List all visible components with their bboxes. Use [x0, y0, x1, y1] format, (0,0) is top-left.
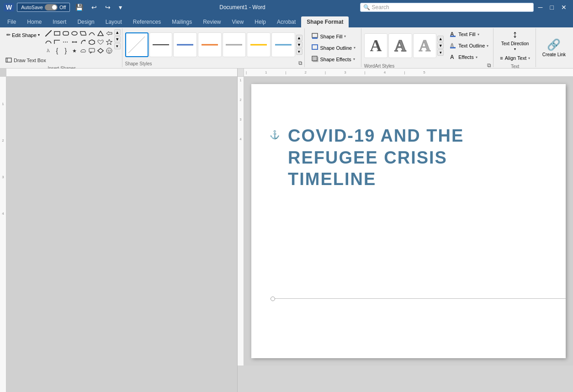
svg-line-22 [128, 37, 145, 53]
tab-view[interactable]: View [227, 16, 249, 27]
shape-effects-button[interactable]: Shape Effects ▾ [308, 54, 358, 64]
shape-styles-dialog-button[interactable]: ⧉ [298, 60, 302, 66]
minimize-button[interactable]: ─ [536, 3, 546, 12]
wordart-style-1[interactable]: A [364, 33, 388, 58]
shape-style-plain[interactable] [149, 32, 172, 57]
shapes-grid: 𝙰 { } ★ [44, 29, 113, 55]
tab-review[interactable]: Review [197, 16, 226, 27]
shape-outline-button[interactable]: Shape Outline ▾ [308, 43, 358, 53]
tab-mailings[interactable]: Mailings [166, 16, 197, 27]
style-scroll-down[interactable]: ▼ [296, 42, 302, 48]
align-text-button[interactable]: ≡ Align Text ▾ [497, 54, 533, 62]
shape-right-brace[interactable]: } [62, 47, 70, 55]
autosave-label: AutoSave [21, 5, 43, 10]
shape-oval[interactable] [70, 29, 79, 37]
wordart-dialog-button[interactable]: ⧉ [487, 62, 491, 69]
style-scroll-up[interactable]: ▲ [296, 35, 302, 41]
doc-title-line2: REFUGEE CRISIS TIMELINE [288, 148, 447, 189]
svg-marker-9 [72, 41, 73, 43]
edit-shape-label: Edit Shape [12, 32, 37, 38]
svg-point-3 [72, 32, 77, 35]
shape-fill-button[interactable]: Shape Fill ▾ [308, 32, 358, 42]
shape-style-ltblue-line[interactable] [271, 32, 295, 57]
shape-right-angle[interactable] [53, 38, 61, 46]
style-scroll: ▲ ▼ ▾ [296, 32, 302, 57]
shape-style-gray-line[interactable] [223, 32, 246, 57]
doc-title-line1: COVID-19 AND THE [288, 126, 464, 145]
align-text-icon: ≡ [500, 55, 503, 61]
shapes-scroll-down[interactable]: ▼ [114, 36, 121, 42]
draw-textbox-button[interactable]: Draw Text Box [4, 56, 120, 65]
create-link-icon: 🔗 [547, 38, 561, 51]
edit-shape-arrow: ▾ [38, 33, 40, 37]
shape-heart[interactable] [96, 38, 105, 46]
shape-outline-icon [311, 44, 318, 52]
wordart-style-2[interactable]: A [388, 33, 412, 58]
edit-shape-button[interactable]: ✏ Edit Shape ▾ [4, 31, 42, 39]
shape-triangle[interactable] [96, 29, 105, 37]
save-button[interactable]: 💾 [73, 3, 86, 12]
text-outline-label: Text Outline [458, 43, 485, 48]
redo-button[interactable]: ↪ [102, 3, 113, 12]
wordart-scroll-up[interactable]: ▲ [437, 36, 444, 42]
tab-help[interactable]: Help [249, 16, 271, 27]
shape-curve[interactable] [44, 38, 53, 46]
shape-style-none[interactable] [125, 32, 149, 57]
undo-button[interactable]: ↩ [89, 3, 100, 12]
wordart-scroll-more[interactable]: ▾ [437, 49, 444, 56]
tab-design[interactable]: Design [72, 16, 100, 27]
shape-diamond[interactable] [96, 47, 105, 55]
shapes-scroll-more[interactable]: ▾ [114, 43, 121, 49]
shapes-scroll-up[interactable]: ▲ [114, 29, 121, 36]
text-direction-label: Text Direction [501, 41, 529, 46]
shape-left-arrow[interactable] [105, 29, 113, 37]
shape-callout[interactable] [88, 47, 96, 55]
wordart-scroll-down[interactable]: ▼ [437, 42, 444, 49]
text-fill-button[interactable]: A Text Fill ▾ [446, 29, 491, 39]
shape-line[interactable] [44, 29, 53, 37]
shape-dashed-line[interactable] [62, 38, 70, 46]
customize-qat-button[interactable]: ▾ [116, 3, 125, 12]
document-scroll-area[interactable]: ⚓ COVID-19 AND THE REFUGEE CRISIS TIMELI… [244, 77, 573, 366]
create-link-label: Create Link [542, 52, 566, 57]
close-button[interactable]: ✕ [558, 3, 569, 12]
wordart-style-3[interactable]: A [413, 33, 437, 58]
tab-insert[interactable]: Insert [47, 16, 72, 27]
svg-rect-33 [313, 57, 318, 62]
create-link-button[interactable]: 🔗 Create Link [539, 37, 569, 59]
shape-5point-star[interactable]: ★ [70, 47, 79, 55]
autosave-toggle[interactable] [45, 4, 58, 11]
style-scroll-more[interactable]: ▾ [296, 48, 302, 55]
shape-rect[interactable] [53, 29, 61, 37]
tab-references[interactable]: References [127, 16, 166, 27]
shape-smiley[interactable] [105, 47, 113, 55]
search-box[interactable]: 🔍 Search [360, 3, 534, 12]
shape-bidirectional-arrow[interactable] [70, 38, 79, 46]
shape-style-blue-line[interactable] [173, 32, 197, 57]
shape-star[interactable] [105, 38, 113, 46]
text-effects-button[interactable]: A Effects ▾ [446, 52, 491, 62]
shape-parallelogram[interactable] [79, 29, 87, 37]
shape-arc[interactable] [88, 29, 96, 37]
svg-point-18 [108, 50, 109, 51]
tab-home[interactable]: Home [21, 16, 47, 27]
shape-cloud[interactable] [79, 47, 87, 55]
tab-file[interactable]: File [2, 16, 21, 27]
shape-freeform[interactable]: 𝙰 [44, 47, 53, 55]
shape-hexagon[interactable] [88, 38, 96, 46]
shape-left-brace[interactable]: { [53, 47, 61, 55]
shape-style-orange-line[interactable] [198, 32, 222, 57]
shape-fill-arrow: ▾ [344, 34, 346, 38]
shape-rounded-rect[interactable] [62, 29, 70, 37]
shape-style-yellow-line[interactable] [247, 32, 271, 57]
tab-acrobat[interactable]: Acrobat [271, 16, 301, 27]
text-direction-button[interactable]: ↕ Text Direction ▾ [497, 26, 533, 53]
text-outline-button[interactable]: A Text Outline ▾ [446, 41, 491, 51]
text-outline-arrow: ▾ [487, 44, 488, 48]
shape-curved-arrow[interactable] [79, 38, 87, 46]
shape-effects-label: Shape Effects [320, 57, 351, 62]
tab-layout[interactable]: Layout [100, 16, 127, 27]
tab-shape-format[interactable]: Shape Format [301, 16, 349, 27]
restore-button[interactable]: □ [547, 3, 557, 12]
autosave-button[interactable]: AutoSave Off [17, 3, 70, 12]
